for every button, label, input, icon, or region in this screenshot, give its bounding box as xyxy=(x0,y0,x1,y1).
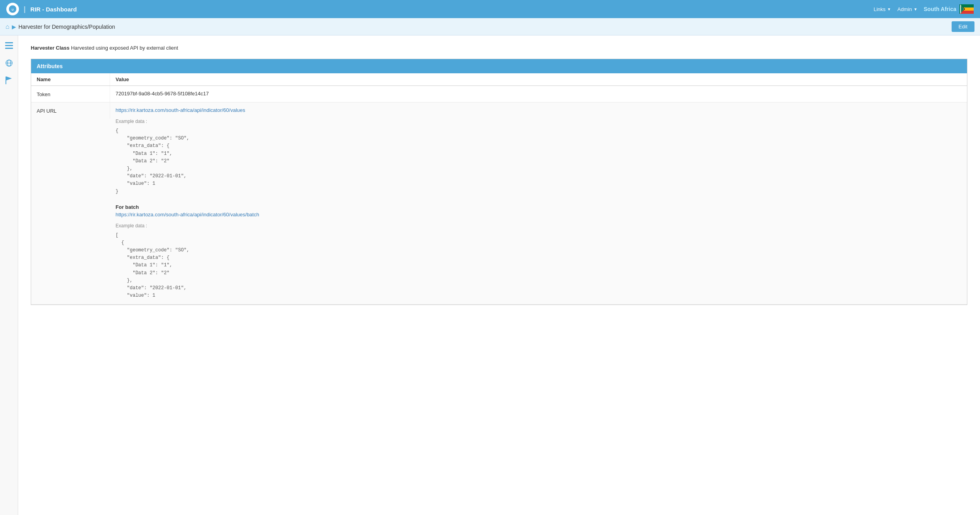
breadcrumb: ⌂ ▶ Harvester for Demographics/Populatio… xyxy=(6,23,115,30)
country-link[interactable]: South Africa xyxy=(924,4,974,14)
south-africa-flag-icon xyxy=(959,4,974,14)
batch-url-link[interactable]: https://rir.kartoza.com/south-africa/api… xyxy=(116,212,259,218)
unicef-logo: U xyxy=(6,3,19,15)
example-data-label: Example data : xyxy=(116,119,961,124)
sidebar-icon-list[interactable] xyxy=(4,40,15,51)
svg-rect-9 xyxy=(5,42,13,43)
attr-value-apiurl: https://rir.kartoza.com/south-africa/api… xyxy=(110,102,967,304)
svg-rect-11 xyxy=(5,48,13,49)
main-content: Harvester Class Harvested using exposed … xyxy=(18,35,980,515)
harvester-class-row: Harvester Class Harvested using exposed … xyxy=(31,45,967,51)
table-row: Token 720197bf-9a08-4cb5-9678-5f108fe14c… xyxy=(31,86,967,102)
col-value-header: Value xyxy=(110,73,967,86)
breadcrumb-bar: ⌂ ▶ Harvester for Demographics/Populatio… xyxy=(0,18,980,35)
api-url-link[interactable]: https://rir.kartoza.com/south-africa/api… xyxy=(116,107,245,113)
home-icon[interactable]: ⌂ xyxy=(6,23,9,30)
nav-right: Links ▼ Admin ▼ South Africa xyxy=(874,4,974,14)
attr-name-apiurl: API URL xyxy=(31,102,110,119)
links-button[interactable]: Links ▼ xyxy=(874,6,891,12)
app-logo: U | RIR - Dashboard xyxy=(6,3,77,15)
layout: Harvester Class Harvested using exposed … xyxy=(0,35,980,515)
page-title: Harvester for Demographics/Population xyxy=(19,24,115,30)
sidebar-icon-flag[interactable] xyxy=(4,75,15,86)
attr-name-token: Token xyxy=(31,86,110,102)
sidebar-icon-globe[interactable] xyxy=(4,58,15,69)
top-nav: U | RIR - Dashboard Links ▼ Admin ▼ Sout… xyxy=(0,0,980,18)
attr-value-token: 720197bf-9a08-4cb5-9678-5f108fe14c17 xyxy=(110,86,967,102)
harvester-class-description: Harvested using exposed API by external … xyxy=(71,45,178,51)
example-code-block: { "geometry_code": "SO", "extra_data": {… xyxy=(116,127,961,195)
svg-marker-16 xyxy=(6,76,12,80)
admin-button[interactable]: Admin ▼ xyxy=(898,6,918,12)
admin-caret-icon: ▼ xyxy=(913,7,917,11)
svg-rect-10 xyxy=(5,45,13,46)
batch-code-block: [ { "geometry_code": "SO", "extra_data":… xyxy=(116,232,961,300)
table-row: API URL https://rir.kartoza.com/south-af… xyxy=(31,102,967,305)
svg-rect-15 xyxy=(6,76,6,84)
batch-example-label: Example data : xyxy=(116,223,961,229)
breadcrumb-arrow-icon: ▶ xyxy=(12,24,16,30)
links-caret-icon: ▼ xyxy=(887,7,891,11)
col-name-header: Name xyxy=(31,73,110,86)
nav-left: U | RIR - Dashboard xyxy=(6,3,77,15)
divider-pipe: | xyxy=(24,5,26,13)
app-title: RIR - Dashboard xyxy=(30,6,77,13)
attributes-header: Attributes xyxy=(31,59,967,73)
harvester-class-label: Harvester Class xyxy=(31,45,69,51)
sidebar xyxy=(0,35,18,515)
attributes-table: Attributes Name Value Token 720197bf-9a0… xyxy=(31,59,967,305)
col-headers-row: Name Value xyxy=(31,73,967,86)
edit-button[interactable]: Edit xyxy=(952,21,974,32)
svg-text:U: U xyxy=(11,8,13,11)
for-batch-label: For batch xyxy=(116,204,961,210)
